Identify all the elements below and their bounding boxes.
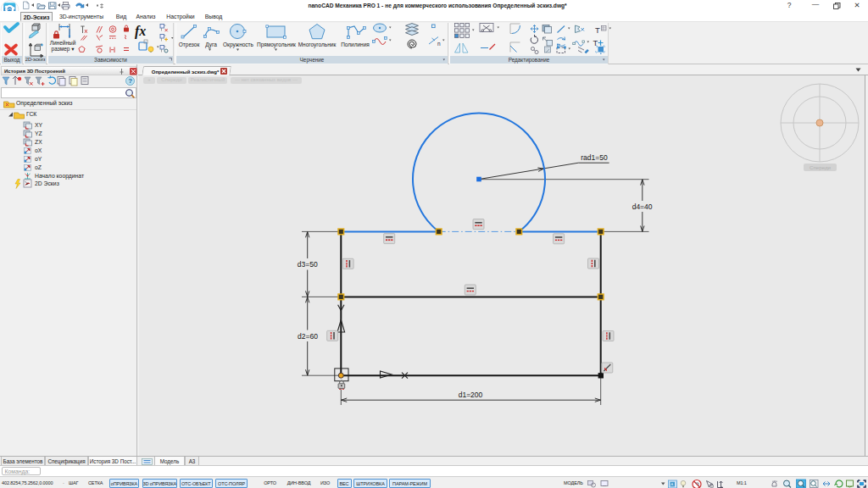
svg-text:rad1=50: rad1=50: [581, 153, 608, 162]
svg-text:T: T: [595, 25, 600, 35]
svg-text:d1=200: d1=200: [459, 391, 483, 399]
svg-text:n: n: [437, 41, 441, 47]
svg-text:T: T: [593, 38, 598, 47]
svg-text:fx: fx: [135, 24, 146, 39]
svg-text:d3=50: d3=50: [298, 260, 318, 269]
svg-text:d2=60: d2=60: [298, 332, 318, 341]
svg-text:d4=40: d4=40: [632, 202, 653, 211]
svg-text:?: ?: [128, 77, 132, 85]
